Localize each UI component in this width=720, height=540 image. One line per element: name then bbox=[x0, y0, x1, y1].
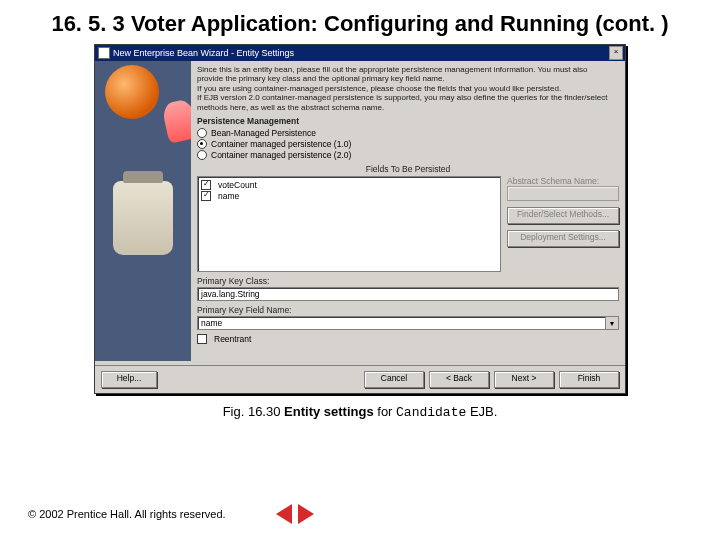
radio-cmp-20[interactable]: Container managed persistence (2.0) bbox=[197, 150, 619, 160]
reentrant-checkbox[interactable]: Reentrant bbox=[197, 334, 619, 344]
pk-class-input[interactable]: java.lang.String bbox=[197, 287, 619, 301]
finish-button[interactable]: Finish bbox=[559, 371, 619, 388]
wizard-window: New Enterprise Bean Wizard - Entity Sett… bbox=[94, 44, 626, 394]
wizard-main: Since this is an entity bean, please fil… bbox=[191, 61, 625, 361]
chevron-down-icon[interactable]: ▼ bbox=[605, 317, 618, 329]
window-title: New Enterprise Bean Wizard - Entity Sett… bbox=[113, 48, 294, 58]
figure-caption: Fig. 16.30 Entity settings for Candidate… bbox=[0, 404, 720, 420]
radio-cmp-10[interactable]: Container managed persistence (1.0) bbox=[197, 139, 619, 149]
titlebar[interactable]: New Enterprise Bean Wizard - Entity Sett… bbox=[95, 45, 625, 61]
next-button[interactable]: Next > bbox=[494, 371, 554, 388]
pk-field-label: Primary Key Field Name: bbox=[197, 305, 619, 315]
finder-select-button[interactable]: Finder/Select Methods... bbox=[507, 207, 619, 224]
pk-class-label: Primary Key Class: bbox=[197, 276, 619, 286]
intro-text: Since this is an entity bean, please fil… bbox=[197, 65, 619, 113]
back-button[interactable]: < Back bbox=[429, 371, 489, 388]
abstract-schema-label: Abstract Schema Name: bbox=[507, 176, 619, 186]
cancel-button[interactable]: Cancel bbox=[364, 371, 424, 388]
fields-list[interactable]: voteCount name bbox=[197, 176, 501, 272]
copyright: © 2002 Prentice Hall. All rights reserve… bbox=[28, 508, 226, 520]
abstract-schema-input bbox=[507, 186, 619, 201]
help-button[interactable]: Help... bbox=[101, 371, 157, 388]
app-icon bbox=[98, 47, 110, 59]
fields-title: Fields To Be Persisted bbox=[197, 164, 619, 174]
radio-bean-managed[interactable]: Bean-Managed Persistence bbox=[197, 128, 619, 138]
deployment-settings-button[interactable]: Deployment Settings... bbox=[507, 230, 619, 247]
prev-slide-icon[interactable] bbox=[276, 504, 292, 524]
next-slide-icon[interactable] bbox=[298, 504, 314, 524]
field-name[interactable]: name bbox=[201, 191, 497, 201]
wizard-sidebar-image bbox=[95, 61, 191, 361]
field-votecount[interactable]: voteCount bbox=[201, 180, 497, 190]
persistence-label: Persistence Management bbox=[197, 116, 619, 126]
slide-title: 16. 5. 3 Voter Application: Configuring … bbox=[40, 10, 680, 38]
button-bar: Help... Cancel < Back Next > Finish bbox=[95, 365, 625, 393]
pk-field-select[interactable]: name ▼ bbox=[197, 316, 619, 330]
close-icon[interactable]: × bbox=[609, 46, 623, 60]
